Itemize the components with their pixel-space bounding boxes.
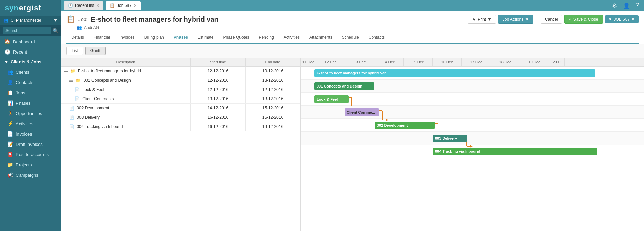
- chevron-down-icon[interactable]: ▼: [631, 17, 635, 22]
- table-row[interactable]: 📄 003 Delivery 16-12-2016 16-12-2016: [61, 113, 300, 122]
- topbar-actions: ⚙ 👤 ?: [610, 2, 641, 10]
- gantt-row-1[interactable]: E-shot to fleet managers for hybrid van: [301, 67, 644, 80]
- job-header: 📋 Job: E-shot to fleet managers for hybr…: [61, 11, 644, 44]
- search-bar: 🔍: [0, 25, 61, 36]
- main-area: 🕐 Recent list ✕ 📋 Job 687 ✕ ⚙ 👤 ? 📋 Job:…: [61, 0, 644, 231]
- sidebar-item-opportunities[interactable]: 🏃 Opportunities: [0, 108, 61, 118]
- row-start: 14-12-2016: [190, 104, 245, 113]
- table-row[interactable]: 📄 Client Comments 13-12-2016 13-12-2016: [61, 94, 300, 104]
- tab-financial[interactable]: Financial: [89, 32, 115, 44]
- sidebar-item-invoices[interactable]: 📄 Invoices: [0, 129, 61, 139]
- tab-details[interactable]: Details: [66, 32, 89, 44]
- print-button[interactable]: 🖨 Print ▼: [468, 15, 496, 24]
- collapse-icon[interactable]: ▬: [64, 69, 68, 73]
- tab-label: Job 687: [117, 3, 132, 8]
- table-row[interactable]: 📄 004 Tracking via Inbound 16-12-2016 19…: [61, 122, 300, 131]
- gantt-row-7[interactable]: 004 Tracking via Inbound: [301, 145, 644, 158]
- sidebar-item-contacts[interactable]: 👤 Contacts: [0, 77, 61, 88]
- recent-list-icon: 🕐: [68, 3, 73, 8]
- date-cell: 17 Dec: [462, 58, 491, 66]
- search-icon[interactable]: 🔍: [53, 28, 58, 33]
- sidebar-section-clients-jobs[interactable]: ▼ Clients & Jobs: [0, 57, 61, 67]
- table-row[interactable]: ▬ 📁 001 Concepts and Design 12-12-2016 1…: [61, 76, 300, 85]
- job-actions-button[interactable]: Job Actions ▼: [498, 15, 533, 24]
- gantt-row-6[interactable]: 003 Delivery: [301, 132, 644, 145]
- gantt-row-3[interactable]: Look & Feel: [301, 93, 644, 106]
- sidebar-item-campaigns[interactable]: 📢 Campaigns: [0, 170, 61, 180]
- sidebar-item-post-to-accounts[interactable]: 📮 Post to accounts: [0, 149, 61, 160]
- close-tab-icon[interactable]: ✕: [134, 3, 137, 8]
- date-cell: 15 Dec: [404, 58, 433, 66]
- post-accounts-icon: 📮: [7, 152, 13, 157]
- doc-icon: 📄: [75, 96, 80, 101]
- gantt-row-2[interactable]: 001 Concepts and Design: [301, 80, 644, 93]
- row-start: 16-12-2016: [190, 122, 245, 131]
- tab-schedule[interactable]: Schedule: [337, 32, 364, 44]
- tab-attachments[interactable]: Attachments: [305, 32, 337, 44]
- row-description: 📄 004 Tracking via Inbound: [61, 122, 190, 131]
- sidebar-item-dashboard[interactable]: 🏠 Dashboard: [0, 36, 61, 47]
- company-icon: 👥: [3, 18, 9, 23]
- search-input[interactable]: [3, 27, 51, 34]
- tab-pending[interactable]: Pending: [254, 32, 279, 44]
- sidebar-item-projects[interactable]: 📁 Projects: [0, 160, 61, 170]
- sidebar-item-recent[interactable]: 🕐 Recent: [0, 47, 61, 57]
- sidebar-item-draft-invoices[interactable]: 📝 Draft invoices: [0, 139, 61, 149]
- settings-icon[interactable]: ⚙: [610, 2, 619, 10]
- chevron-down-icon: ▼: [4, 59, 9, 65]
- projects-icon: 📁: [7, 162, 13, 168]
- dropdown-arrow-icon[interactable]: ▼: [608, 17, 612, 22]
- tab-activities[interactable]: Activities: [279, 32, 305, 44]
- tab-phases[interactable]: Phases: [169, 32, 193, 44]
- sidebar-item-label: Clients: [16, 70, 29, 75]
- save-close-button[interactable]: ✓ Save & Close: [564, 15, 603, 24]
- chevron-down-icon: ▼: [53, 18, 58, 23]
- sidebar-item-label: Post to accounts: [16, 152, 49, 157]
- table-row[interactable]: 📄 Look & Feel 12-12-2016 12-12-2016: [61, 85, 300, 94]
- gantt-date-headers: 11 Dec 12 Dec 13 Dec 14 Dec 15 Dec 16 De…: [301, 58, 644, 67]
- help-icon[interactable]: ?: [634, 2, 641, 10]
- list-view-button[interactable]: List: [66, 47, 83, 55]
- row-description: 📄 003 Delivery: [61, 113, 190, 122]
- gantt-row-5[interactable]: 002 Development: [301, 119, 644, 132]
- gantt-table: Description Start time End date ▬ 📁 E-sh…: [61, 58, 301, 231]
- gantt-container: Description Start time End date ▬ 📁 E-sh…: [61, 58, 644, 231]
- company-selector[interactable]: 👥 CFP Manchester ▼: [0, 16, 61, 25]
- gantt-bar-tracking: 004 Tracking via Inbound: [433, 148, 597, 155]
- table-row[interactable]: ▬ 📁 E-shot to fleet managers for hybrid …: [61, 67, 300, 76]
- collapse-icon[interactable]: ▬: [69, 78, 73, 83]
- sidebar-item-phases[interactable]: 📊 Phases: [0, 98, 61, 108]
- tab-estimate[interactable]: Estimate: [193, 32, 219, 44]
- tab-job-687[interactable]: 📋 Job 687 ✕: [106, 1, 141, 10]
- close-tab-icon[interactable]: ✕: [96, 3, 99, 8]
- cancel-button[interactable]: Cancel: [541, 15, 562, 24]
- table-row[interactable]: 📄 002 Development 14-12-2016 15-12-2016: [61, 104, 300, 113]
- sidebar-item-label: Recent: [13, 49, 27, 55]
- tab-invoices[interactable]: Invoices: [115, 32, 139, 44]
- gantt-row-4[interactable]: Client Comme...: [301, 106, 644, 119]
- sidebar-item-label: Contacts: [16, 80, 33, 85]
- job-header-icon: 📋: [66, 15, 75, 23]
- doc-icon: 📄: [75, 87, 80, 92]
- job-title-text: E-shot to fleet managers for hybrid van: [91, 15, 218, 23]
- contacts-icon: 👤: [7, 80, 13, 85]
- tab-billing-plan[interactable]: Billing plan: [139, 32, 169, 44]
- campaigns-icon: 📢: [7, 172, 13, 178]
- tab-recent-list[interactable]: 🕐 Recent list ✕: [64, 1, 103, 10]
- tab-navigation: Details Financial Invoices Billing plan …: [66, 32, 639, 44]
- row-end: 12-12-2016: [245, 85, 300, 94]
- phases-icon: 📊: [7, 100, 13, 106]
- gantt-view-button[interactable]: Gantt: [85, 47, 106, 55]
- checkmark-icon: ✓: [569, 17, 572, 22]
- row-description: 📄 002 Development: [61, 104, 190, 113]
- sidebar-item-jobs[interactable]: 📋 Jobs: [0, 88, 61, 98]
- tab-phase-quotes[interactable]: Phase Quotes: [219, 32, 254, 44]
- sidebar-item-activities[interactable]: ⚡ Activities: [0, 118, 61, 129]
- user-icon[interactable]: 👤: [621, 2, 632, 10]
- gantt-rows: E-shot to fleet managers for hybrid van …: [301, 67, 644, 158]
- print-icon: 🖨: [472, 17, 476, 22]
- tab-contacts[interactable]: Contacts: [364, 32, 389, 44]
- sidebar-item-clients[interactable]: 👥 Clients: [0, 67, 61, 77]
- row-start: 12-12-2016: [190, 85, 245, 94]
- job-title-area: 📋 Job: E-shot to fleet managers for hybr…: [66, 15, 219, 23]
